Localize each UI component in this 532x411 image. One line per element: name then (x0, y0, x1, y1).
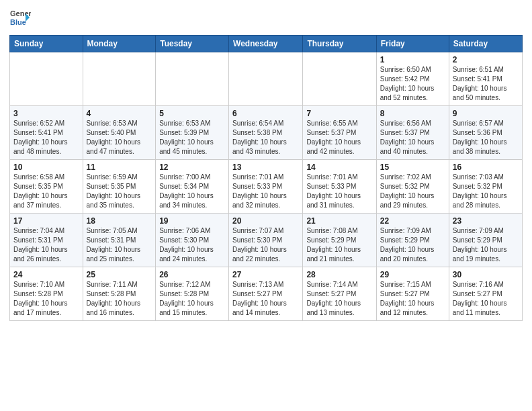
day-number: 29 (380, 270, 445, 279)
calendar-cell (229, 52, 303, 106)
calendar-cell: 12Sunrise: 7:00 AM Sunset: 5:34 PM Dayli… (156, 160, 229, 214)
logo: General Blue (9, 7, 32, 31)
calendar-cell (83, 52, 156, 106)
day-info: Sunrise: 7:05 AM Sunset: 5:31 PM Dayligh… (87, 226, 152, 264)
calendar-cell (10, 52, 83, 106)
calendar-cell: 11Sunrise: 6:59 AM Sunset: 5:35 PM Dayli… (83, 160, 156, 214)
day-info: Sunrise: 6:58 AM Sunset: 5:35 PM Dayligh… (13, 173, 79, 210)
day-number: 27 (232, 270, 299, 279)
calendar-cell: 13Sunrise: 7:01 AM Sunset: 5:33 PM Dayli… (229, 160, 303, 214)
calendar-cell: 16Sunrise: 7:03 AM Sunset: 5:32 PM Dayli… (449, 160, 522, 214)
day-info: Sunrise: 6:54 AM Sunset: 5:38 PM Dayligh… (232, 119, 299, 156)
calendar-week-1: 1Sunrise: 6:50 AM Sunset: 5:42 PM Daylig… (10, 52, 523, 106)
day-info: Sunrise: 7:16 AM Sunset: 5:27 PM Dayligh… (453, 280, 519, 318)
day-info: Sunrise: 6:59 AM Sunset: 5:35 PM Dayligh… (87, 173, 152, 210)
calendar-week-3: 10Sunrise: 6:58 AM Sunset: 5:35 PM Dayli… (10, 160, 523, 214)
calendar-cell: 5Sunrise: 6:53 AM Sunset: 5:39 PM Daylig… (156, 106, 229, 160)
calendar-cell: 3Sunrise: 6:52 AM Sunset: 5:41 PM Daylig… (10, 106, 83, 160)
calendar-cell: 17Sunrise: 7:04 AM Sunset: 5:31 PM Dayli… (10, 214, 83, 267)
calendar-cell: 24Sunrise: 7:10 AM Sunset: 5:28 PM Dayli… (10, 267, 83, 321)
page: General Blue SundayMondayTuesdayWednesda… (0, 0, 532, 411)
calendar-cell: 10Sunrise: 6:58 AM Sunset: 5:35 PM Dayli… (10, 160, 83, 214)
day-info: Sunrise: 7:03 AM Sunset: 5:32 PM Dayligh… (453, 173, 519, 210)
header: General Blue (9, 7, 523, 31)
day-info: Sunrise: 7:09 AM Sunset: 5:29 PM Dayligh… (380, 226, 445, 264)
day-number: 4 (87, 109, 152, 118)
day-number: 15 (380, 163, 445, 172)
weekday-header-sunday: Sunday (10, 36, 83, 52)
calendar-table: SundayMondayTuesdayWednesdayThursdayFrid… (9, 35, 523, 321)
calendar-cell: 25Sunrise: 7:11 AM Sunset: 5:28 PM Dayli… (83, 267, 156, 321)
weekday-header-tuesday: Tuesday (156, 36, 229, 52)
calendar-cell: 4Sunrise: 6:53 AM Sunset: 5:40 PM Daylig… (83, 106, 156, 160)
day-number: 7 (306, 109, 372, 118)
calendar-cell: 15Sunrise: 7:02 AM Sunset: 5:32 PM Dayli… (376, 160, 449, 214)
day-info: Sunrise: 7:15 AM Sunset: 5:27 PM Dayligh… (380, 280, 445, 318)
day-number: 11 (87, 163, 152, 172)
day-number: 5 (159, 109, 225, 118)
calendar-cell (303, 52, 376, 106)
calendar-week-5: 24Sunrise: 7:10 AM Sunset: 5:28 PM Dayli… (10, 267, 523, 321)
day-number: 13 (232, 163, 299, 172)
day-info: Sunrise: 7:02 AM Sunset: 5:32 PM Dayligh… (380, 173, 445, 210)
day-number: 25 (87, 270, 152, 279)
calendar-cell: 22Sunrise: 7:09 AM Sunset: 5:29 PM Dayli… (376, 214, 449, 267)
day-info: Sunrise: 7:06 AM Sunset: 5:30 PM Dayligh… (159, 226, 225, 264)
day-number: 17 (13, 216, 79, 226)
calendar-cell: 7Sunrise: 6:55 AM Sunset: 5:37 PM Daylig… (303, 106, 376, 160)
day-info: Sunrise: 7:12 AM Sunset: 5:28 PM Dayligh… (159, 280, 225, 318)
calendar-cell: 9Sunrise: 6:57 AM Sunset: 5:36 PM Daylig… (449, 106, 522, 160)
day-number: 9 (453, 109, 519, 118)
calendar-cell: 14Sunrise: 7:01 AM Sunset: 5:33 PM Dayli… (303, 160, 376, 214)
day-number: 21 (306, 216, 372, 226)
day-info: Sunrise: 7:13 AM Sunset: 5:27 PM Dayligh… (232, 280, 299, 318)
weekday-header-wednesday: Wednesday (229, 36, 303, 52)
weekday-header-saturday: Saturday (449, 36, 522, 52)
day-info: Sunrise: 7:00 AM Sunset: 5:34 PM Dayligh… (159, 173, 225, 210)
day-info: Sunrise: 6:50 AM Sunset: 5:42 PM Dayligh… (380, 65, 445, 103)
day-number: 6 (232, 109, 299, 118)
day-info: Sunrise: 6:52 AM Sunset: 5:41 PM Dayligh… (13, 119, 79, 156)
day-number: 12 (159, 163, 225, 172)
day-number: 28 (306, 270, 372, 279)
calendar-cell (156, 52, 229, 106)
day-number: 24 (13, 270, 79, 279)
day-info: Sunrise: 6:57 AM Sunset: 5:36 PM Dayligh… (453, 119, 519, 156)
day-number: 16 (453, 163, 519, 172)
day-number: 18 (87, 216, 152, 226)
calendar-cell: 19Sunrise: 7:06 AM Sunset: 5:30 PM Dayli… (156, 214, 229, 267)
day-info: Sunrise: 6:53 AM Sunset: 5:39 PM Dayligh… (159, 119, 225, 156)
day-number: 20 (232, 216, 299, 226)
calendar-cell: 2Sunrise: 6:51 AM Sunset: 5:41 PM Daylig… (449, 52, 522, 106)
day-info: Sunrise: 7:01 AM Sunset: 5:33 PM Dayligh… (306, 173, 372, 210)
calendar-cell: 1Sunrise: 6:50 AM Sunset: 5:42 PM Daylig… (376, 52, 449, 106)
svg-text:Blue: Blue (10, 18, 26, 26)
weekday-header-monday: Monday (83, 36, 156, 52)
calendar-cell: 18Sunrise: 7:05 AM Sunset: 5:31 PM Dayli… (83, 214, 156, 267)
calendar-cell: 23Sunrise: 7:09 AM Sunset: 5:29 PM Dayli… (449, 214, 522, 267)
day-number: 22 (380, 216, 445, 226)
day-number: 19 (159, 216, 225, 226)
day-number: 3 (13, 109, 79, 118)
calendar-cell: 28Sunrise: 7:14 AM Sunset: 5:27 PM Dayli… (303, 267, 376, 321)
day-info: Sunrise: 7:04 AM Sunset: 5:31 PM Dayligh… (13, 226, 79, 264)
day-number: 26 (159, 270, 225, 279)
day-number: 8 (380, 109, 445, 118)
day-info: Sunrise: 6:53 AM Sunset: 5:40 PM Dayligh… (87, 119, 152, 156)
weekday-header-thursday: Thursday (303, 36, 376, 52)
calendar-week-4: 17Sunrise: 7:04 AM Sunset: 5:31 PM Dayli… (10, 214, 523, 267)
calendar-week-2: 3Sunrise: 6:52 AM Sunset: 5:41 PM Daylig… (10, 106, 523, 160)
weekday-header-friday: Friday (376, 36, 449, 52)
calendar-cell: 26Sunrise: 7:12 AM Sunset: 5:28 PM Dayli… (156, 267, 229, 321)
weekday-header-row: SundayMondayTuesdayWednesdayThursdayFrid… (10, 36, 523, 52)
calendar-cell: 6Sunrise: 6:54 AM Sunset: 5:38 PM Daylig… (229, 106, 303, 160)
calendar-cell: 20Sunrise: 7:07 AM Sunset: 5:30 PM Dayli… (229, 214, 303, 267)
day-info: Sunrise: 7:07 AM Sunset: 5:30 PM Dayligh… (232, 226, 299, 264)
day-info: Sunrise: 7:08 AM Sunset: 5:29 PM Dayligh… (306, 226, 372, 264)
day-number: 10 (13, 163, 79, 172)
calendar-cell: 30Sunrise: 7:16 AM Sunset: 5:27 PM Dayli… (449, 267, 522, 321)
day-info: Sunrise: 7:01 AM Sunset: 5:33 PM Dayligh… (232, 173, 299, 210)
day-number: 2 (453, 55, 519, 64)
day-number: 23 (453, 216, 519, 226)
day-info: Sunrise: 6:55 AM Sunset: 5:37 PM Dayligh… (306, 119, 372, 156)
